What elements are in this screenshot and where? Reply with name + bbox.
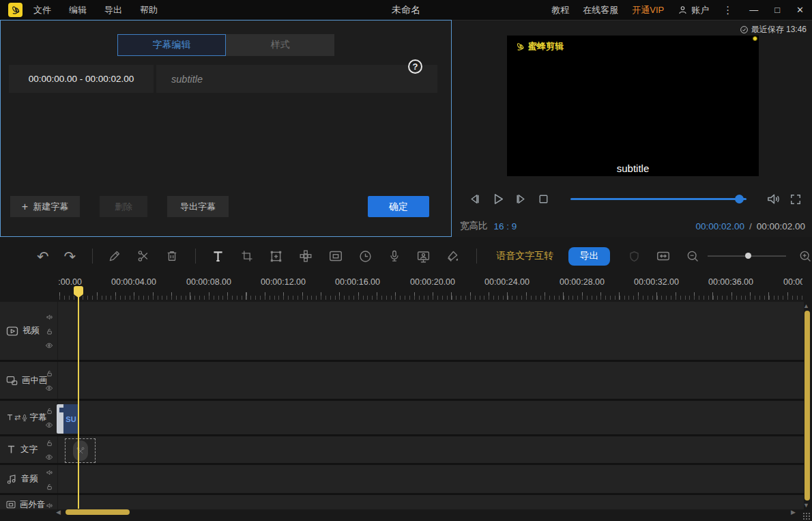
scroll-down-arrow[interactable]: ▼ xyxy=(803,503,809,509)
subtitle-overlay-text[interactable]: subtitle xyxy=(507,163,759,174)
tab-style[interactable]: 样式 xyxy=(226,34,334,56)
stop-button[interactable] xyxy=(536,192,551,206)
fit-timeline-button[interactable] xyxy=(656,249,671,264)
menu-file[interactable]: 文件 xyxy=(33,4,51,16)
track-pip[interactable]: 画中画 xyxy=(0,362,804,401)
delete-subtitle-button[interactable]: 删除 xyxy=(100,196,147,217)
menu-edit[interactable]: 编辑 xyxy=(69,4,87,16)
ruler-label: 00:00:40.00 xyxy=(783,277,802,287)
track-pip-header: 画中画 xyxy=(0,362,58,399)
fullscreen-button[interactable] xyxy=(789,193,802,206)
subtitle-time-range[interactable]: 00:00:00.00 - 00:00:02.00 xyxy=(9,65,154,93)
link-online-support[interactable]: 在线客服 xyxy=(583,4,618,16)
scroll-left-arrow[interactable]: ◀ xyxy=(56,509,61,516)
track-subtitle[interactable]: ⇄ 字幕 SU xyxy=(0,401,804,436)
previous-frame-button[interactable] xyxy=(467,191,482,207)
close-button[interactable]: ✕ xyxy=(796,5,804,15)
clip-label[interactable]: SU xyxy=(63,404,78,434)
export-button[interactable]: 导出 xyxy=(568,247,610,266)
redo-button[interactable]: ↷ xyxy=(64,249,76,264)
scroll-up-arrow[interactable]: ▲ xyxy=(803,303,809,309)
lock-track-icon[interactable] xyxy=(46,404,53,417)
next-frame-button[interactable] xyxy=(513,191,529,207)
new-subtitle-label: 新建字幕 xyxy=(33,201,68,213)
app-logo-bee-icon[interactable] xyxy=(8,3,23,17)
presenter-button[interactable] xyxy=(416,249,431,264)
track-text[interactable]: 文字 xyxy=(0,436,804,465)
minimize-button[interactable]: — xyxy=(749,5,758,15)
selection-handle[interactable] xyxy=(753,36,757,41)
transform-button[interactable] xyxy=(269,249,283,264)
shield-icon[interactable] xyxy=(628,250,641,263)
hide-track-icon[interactable] xyxy=(45,382,53,394)
hide-track-icon[interactable] xyxy=(45,451,53,463)
menu-help[interactable]: 帮助 xyxy=(140,4,158,16)
lock-track-icon[interactable] xyxy=(46,436,53,449)
mosaic-button[interactable] xyxy=(298,249,313,264)
overlay-button[interactable] xyxy=(328,249,343,264)
toolbar-separator xyxy=(92,249,93,264)
scroll-right-arrow[interactable]: ▶ xyxy=(791,509,796,516)
undo-button[interactable]: ↶ xyxy=(37,249,49,264)
new-subtitle-button[interactable]: + 新建字幕 xyxy=(10,196,80,217)
crop-button[interactable] xyxy=(240,249,254,263)
split-scissors-button[interactable] xyxy=(136,249,150,263)
zoom-out-button[interactable] xyxy=(686,249,699,263)
time-ruler[interactable]: 00:00:00.00 00:00:04.00 00:00:08.00 00:0… xyxy=(58,275,802,302)
delete-trash-button[interactable] xyxy=(165,249,179,263)
mute-track-icon[interactable] xyxy=(46,499,53,509)
subtitle-track-icon: ⇄ xyxy=(5,413,29,422)
menu-export[interactable]: 导出 xyxy=(104,4,122,16)
mute-track-icon[interactable] xyxy=(46,311,53,323)
play-button[interactable] xyxy=(490,191,506,207)
tab-subtitle-edit[interactable]: 字幕编辑 xyxy=(117,34,226,56)
subtitle-text-input[interactable]: subtitle xyxy=(156,65,437,93)
export-subtitle-button[interactable]: 导出字幕 xyxy=(167,196,229,217)
zoom-slider-thumb[interactable] xyxy=(745,253,751,259)
record-mic-button[interactable] xyxy=(388,249,401,263)
color-fill-button[interactable] xyxy=(446,249,460,264)
aspect-ratio-value[interactable]: 16 : 9 xyxy=(494,221,517,231)
clip-trim-handle[interactable] xyxy=(57,404,63,434)
help-icon[interactable]: ? xyxy=(408,59,422,74)
vertical-scrollbar-thumb[interactable] xyxy=(804,311,810,501)
seek-thumb[interactable] xyxy=(735,195,744,203)
text-tool-button[interactable] xyxy=(211,249,225,264)
account-button[interactable]: 账户 xyxy=(678,4,709,16)
track-label: 画外音 xyxy=(20,499,46,509)
track-video[interactable]: 视频 xyxy=(0,302,804,362)
subtitle-entry-row: 00:00:00.00 - 00:00:02.00 subtitle xyxy=(9,65,437,93)
lock-track-icon[interactable] xyxy=(46,325,53,337)
track-audio[interactable]: 音频 xyxy=(0,465,804,495)
playhead-line[interactable] xyxy=(78,297,79,509)
zoom-in-button[interactable] xyxy=(798,249,812,263)
volume-icon[interactable] xyxy=(766,191,781,207)
ruler-label: 00:00:24.00 xyxy=(484,277,530,287)
person-icon xyxy=(678,5,688,15)
more-menu-icon[interactable]: ⋮ xyxy=(723,4,733,16)
seek-bar[interactable] xyxy=(570,198,746,200)
ruler-label: 00:00:28.00 xyxy=(560,277,605,287)
subtitle-editor-panel: 字幕编辑 样式 ? 00:00:00.00 - 00:00:02.00 subt… xyxy=(0,20,452,237)
resize-grip[interactable] xyxy=(802,512,811,520)
ruler-ticks xyxy=(59,296,802,300)
horizontal-scrollbar-thumb[interactable] xyxy=(66,509,130,515)
clip-drop-placeholder[interactable] xyxy=(65,438,96,463)
track-voiceover[interactable]: 画外音 xyxy=(0,495,804,509)
confirm-button[interactable]: 确定 xyxy=(368,196,429,217)
mute-track-icon[interactable] xyxy=(46,466,53,478)
video-preview: 蜜蜂剪辑 subtitle xyxy=(507,36,759,176)
lock-track-icon[interactable] xyxy=(46,480,53,492)
edit-pencil-button[interactable] xyxy=(108,249,121,263)
duration-clock-button[interactable] xyxy=(358,249,373,264)
link-tutorial[interactable]: 教程 xyxy=(551,4,569,16)
vip-upgrade-link[interactable]: 开通VIP xyxy=(632,4,664,16)
subtitle-clip[interactable]: SU xyxy=(57,404,78,434)
lock-track-icon[interactable] xyxy=(46,367,53,380)
playhead-handle[interactable] xyxy=(74,286,83,294)
maximize-button[interactable]: □ xyxy=(774,5,780,15)
hide-track-icon[interactable] xyxy=(45,339,53,352)
hide-track-icon[interactable] xyxy=(45,419,53,431)
speech-text-convert-button[interactable]: 语音文字互转 xyxy=(496,250,553,262)
timeline-zoom-slider[interactable] xyxy=(708,255,786,257)
